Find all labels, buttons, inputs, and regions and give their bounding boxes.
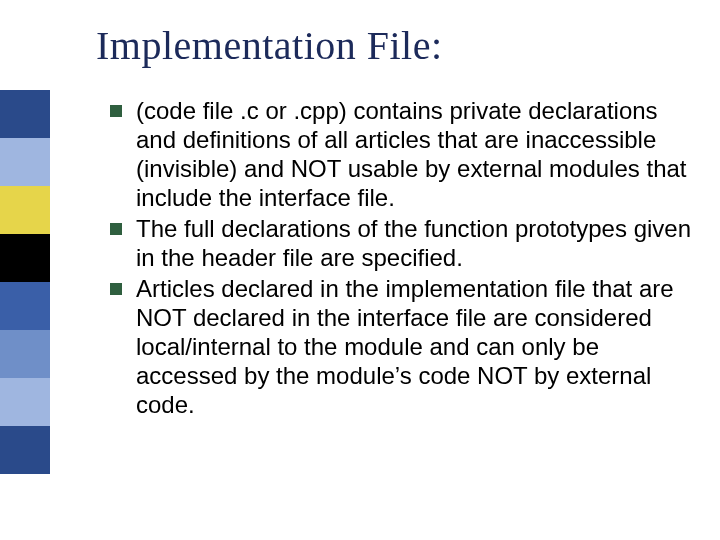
slide-title: Implementation File:: [96, 22, 443, 69]
sidebar-block: [0, 378, 50, 426]
list-item: The full declarations of the function pr…: [110, 214, 692, 272]
decorative-sidebar: [0, 90, 50, 474]
square-bullet-icon: [110, 283, 122, 295]
list-item: Articles declared in the implementation …: [110, 274, 692, 419]
list-item: (code file .c or .cpp) contains private …: [110, 96, 692, 212]
sidebar-block: [0, 186, 50, 234]
list-item-text: The full declarations of the function pr…: [136, 214, 692, 272]
sidebar-block: [0, 426, 50, 474]
list-item-text: Articles declared in the implementation …: [136, 274, 692, 419]
sidebar-block: [0, 330, 50, 378]
slide-body: (code file .c or .cpp) contains private …: [110, 96, 692, 421]
sidebar-block: [0, 90, 50, 138]
slide: Implementation File: (code file .c or .c…: [0, 0, 720, 540]
sidebar-block: [0, 138, 50, 186]
list-item-text: (code file .c or .cpp) contains private …: [136, 96, 692, 212]
sidebar-block: [0, 234, 50, 282]
square-bullet-icon: [110, 223, 122, 235]
square-bullet-icon: [110, 105, 122, 117]
sidebar-block: [0, 282, 50, 330]
